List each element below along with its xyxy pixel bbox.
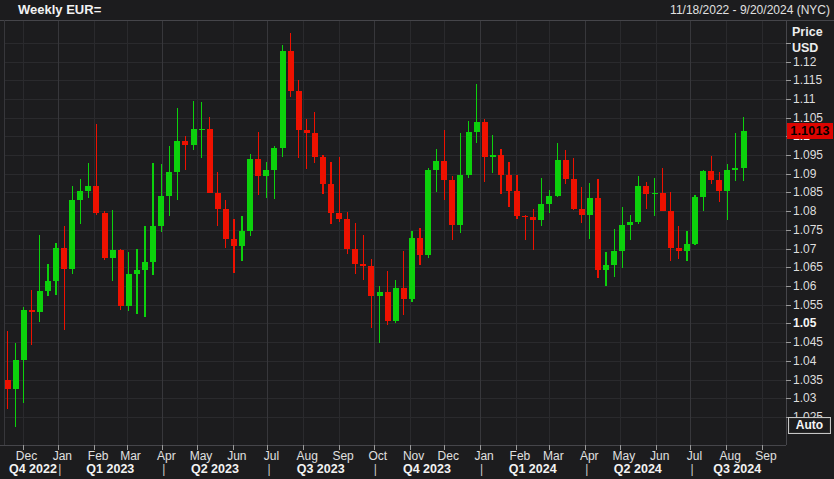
candle-up[interactable]: [555, 160, 561, 197]
candle-up[interactable]: [263, 170, 269, 176]
candle-down[interactable]: [530, 217, 536, 220]
candle-up[interactable]: [457, 175, 463, 225]
candle-down[interactable]: [360, 264, 366, 266]
candle-up[interactable]: [611, 251, 617, 265]
auto-scale-button[interactable]: Auto: [788, 417, 831, 434]
candle-down[interactable]: [231, 239, 237, 246]
candle-down[interactable]: [401, 288, 407, 299]
candle-down[interactable]: [61, 248, 67, 269]
candle-down[interactable]: [5, 380, 11, 390]
candle-up[interactable]: [166, 172, 172, 196]
candle-up[interactable]: [174, 141, 180, 172]
plot-area[interactable]: [0, 0, 834, 479]
candle-down[interactable]: [563, 160, 569, 179]
quarter-separator: |: [374, 462, 377, 476]
candle-up[interactable]: [37, 291, 43, 312]
candle-down[interactable]: [304, 130, 310, 133]
price-tick-label: 1.09: [793, 167, 816, 181]
quarter-label: Q2 2024: [598, 462, 678, 476]
candle-up[interactable]: [21, 310, 27, 360]
candle-down[interactable]: [506, 175, 512, 191]
candle-down[interactable]: [571, 179, 577, 209]
candle-down[interactable]: [320, 157, 326, 184]
candle-up[interactable]: [150, 226, 156, 262]
candle-up[interactable]: [627, 222, 633, 225]
quarter-label: Q1 2023: [70, 462, 150, 476]
candle-up[interactable]: [199, 129, 205, 130]
candle-down[interactable]: [449, 180, 455, 225]
candle-down[interactable]: [288, 51, 294, 90]
candle-up[interactable]: [126, 274, 132, 306]
candle-down[interactable]: [29, 310, 35, 311]
candle-up[interactable]: [271, 148, 277, 170]
candle-up[interactable]: [377, 292, 383, 296]
candle-down[interactable]: [255, 159, 261, 177]
candle-up[interactable]: [110, 250, 116, 257]
candle-up[interactable]: [158, 196, 164, 226]
candle-down[interactable]: [328, 184, 334, 213]
candle-up[interactable]: [490, 155, 496, 158]
candle-down[interactable]: [643, 186, 649, 194]
candle-down[interactable]: [514, 191, 520, 215]
candle-up[interactable]: [619, 225, 625, 251]
candle-up[interactable]: [538, 204, 544, 220]
candle-up[interactable]: [635, 186, 641, 222]
candle-up[interactable]: [45, 281, 51, 291]
candle-down[interactable]: [522, 216, 528, 217]
candle-up[interactable]: [409, 238, 415, 299]
candle-down[interactable]: [716, 180, 722, 191]
candle-up[interactable]: [433, 161, 439, 170]
candle-down[interactable]: [215, 193, 221, 209]
candle-down[interactable]: [595, 198, 601, 270]
candle-down[interactable]: [336, 213, 342, 218]
candle-up[interactable]: [134, 270, 140, 274]
candle-up[interactable]: [692, 197, 698, 244]
candle-up[interactable]: [191, 129, 197, 145]
candle-down[interactable]: [182, 141, 188, 145]
candle-down[interactable]: [344, 219, 350, 249]
candle-down[interactable]: [296, 91, 302, 131]
candle-up[interactable]: [239, 231, 245, 246]
candle-down[interactable]: [498, 155, 504, 175]
candle-down[interactable]: [676, 248, 682, 251]
candle-down[interactable]: [118, 250, 124, 306]
candle-down[interactable]: [482, 122, 488, 157]
candle-up[interactable]: [652, 193, 658, 194]
candle-up[interactable]: [684, 244, 690, 251]
candle-down[interactable]: [102, 213, 108, 258]
candle-down[interactable]: [207, 129, 213, 193]
candle-up[interactable]: [85, 186, 91, 191]
candle-up[interactable]: [77, 191, 83, 200]
candle-down[interactable]: [368, 266, 374, 296]
candle-up[interactable]: [13, 360, 19, 389]
candle-up[interactable]: [69, 200, 75, 269]
candle-down[interactable]: [660, 193, 666, 211]
candle-up[interactable]: [247, 159, 253, 231]
price-tick-label: 1.095: [793, 148, 823, 162]
candle-up[interactable]: [603, 265, 609, 269]
candle-down[interactable]: [708, 171, 714, 180]
candle-up[interactable]: [142, 262, 148, 270]
candle-up[interactable]: [53, 248, 59, 281]
candle-up[interactable]: [587, 198, 593, 215]
candle-down[interactable]: [668, 211, 674, 248]
candle-down[interactable]: [352, 249, 358, 264]
candle-down[interactable]: [93, 186, 99, 214]
candle-down[interactable]: [312, 133, 318, 157]
candle-up[interactable]: [741, 131, 747, 167]
candle-down[interactable]: [441, 161, 447, 181]
candle-up[interactable]: [732, 168, 738, 170]
candle-down[interactable]: [579, 209, 585, 215]
month-label: Dec: [432, 449, 464, 463]
candle-up[interactable]: [700, 171, 706, 197]
candle-up[interactable]: [280, 51, 286, 148]
candle-down[interactable]: [417, 238, 423, 254]
candle-down[interactable]: [385, 292, 391, 322]
candle-up[interactable]: [474, 122, 480, 132]
candle-up[interactable]: [546, 196, 552, 203]
candle-down[interactable]: [223, 209, 229, 239]
candle-up[interactable]: [393, 288, 399, 321]
candle-up[interactable]: [724, 170, 730, 191]
candle-up[interactable]: [425, 170, 431, 255]
candle-up[interactable]: [466, 132, 472, 175]
